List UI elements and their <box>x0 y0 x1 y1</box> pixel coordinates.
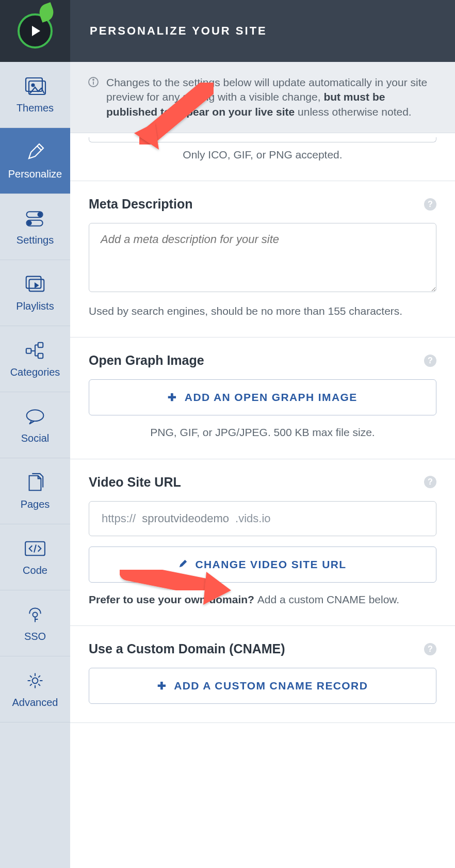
section-title: Use a Custom Domain (CNAME) <box>89 641 285 656</box>
sidebar-item-label: Playlists <box>16 300 54 312</box>
brand-play-icon <box>18 13 53 49</box>
info-icon <box>88 76 99 88</box>
svg-point-14 <box>33 613 38 617</box>
logo[interactable] <box>0 0 70 62</box>
pencil-icon <box>23 141 47 163</box>
sidebar-item-categories[interactable]: Categories <box>0 326 70 392</box>
svg-rect-10 <box>38 343 43 348</box>
sidebar-item-label: SSO <box>24 631 46 642</box>
svg-point-15 <box>32 678 38 684</box>
page-title: PERSONALIZE YOUR SITE <box>90 24 267 38</box>
svg-rect-11 <box>38 353 43 359</box>
sidebar-item-label: Advanced <box>12 697 58 709</box>
notice-text: Changes to the settings below will updat… <box>106 75 437 119</box>
sidebar-item-themes[interactable]: Themes <box>0 62 70 128</box>
help-icon[interactable]: ? <box>424 643 436 655</box>
help-icon[interactable]: ? <box>424 476 436 488</box>
change-video-site-url-button[interactable]: CHANGE VIDEO SITE URL <box>89 546 436 583</box>
section-title: Open Graph Image <box>89 353 204 368</box>
svg-rect-7 <box>26 277 41 288</box>
pencil-icon <box>178 558 188 571</box>
pages-icon <box>23 472 47 493</box>
sidebar-item-code[interactable]: Code <box>0 524 70 590</box>
section-open-graph: Open Graph Image ? ✚ ADD AN OPEN GRAPH I… <box>70 337 455 459</box>
social-icon <box>23 406 47 427</box>
sidebar-item-advanced[interactable]: Advanced <box>0 656 70 722</box>
svg-point-4 <box>38 213 42 216</box>
sidebar-item-personalize[interactable]: Personalize <box>0 128 70 194</box>
sidebar-item-label: Pages <box>21 499 50 510</box>
plus-icon: ✚ <box>157 680 167 692</box>
section-title: Video Site URL <box>89 475 181 490</box>
og-helper: PNG, GIF, or JPG/JPEG. 500 KB max file s… <box>89 425 436 440</box>
sidebar-item-label: Social <box>21 432 49 444</box>
sidebar-item-sso[interactable]: SSO <box>0 590 70 656</box>
sidebar-item-playlists[interactable]: Playlists <box>0 260 70 326</box>
svg-point-17 <box>93 79 94 81</box>
section-title: Meta Description <box>89 197 192 212</box>
sidebar-item-label: Code <box>23 565 47 576</box>
sidebar-item-pages[interactable]: Pages <box>0 458 70 524</box>
notice-banner: Changes to the settings below will updat… <box>70 62 455 133</box>
meta-description-input[interactable] <box>89 223 436 292</box>
sso-icon <box>23 604 47 625</box>
custom-domain-hint: Prefer to use your own domain? Add a cus… <box>89 592 436 607</box>
section-meta-description: Meta Description ? Used by search engine… <box>70 181 455 337</box>
code-icon <box>23 538 47 559</box>
help-icon[interactable]: ? <box>424 198 436 211</box>
video-site-url-display: https:// sproutvideodemo .vids.io <box>89 501 436 536</box>
add-og-image-button[interactable]: ✚ ADD AN OPEN GRAPH IMAGE <box>89 379 436 415</box>
playlists-icon <box>23 274 47 295</box>
plus-icon: ✚ <box>168 391 177 404</box>
toggles-icon <box>23 207 47 229</box>
section-video-site-url: Video Site URL ? https:// sproutvideodem… <box>70 459 455 626</box>
add-cname-button[interactable]: ✚ ADD A CUSTOM CNAME RECORD <box>89 668 436 704</box>
sidebar-item-settings[interactable]: Settings <box>0 194 70 260</box>
svg-point-2 <box>32 84 35 87</box>
sidebar-item-label: Categories <box>10 366 60 378</box>
categories-icon <box>23 340 47 361</box>
main-panel: PERSONALIZE YOUR SITE Changes to the set… <box>70 0 455 868</box>
sidebar-item-social[interactable]: Social <box>0 392 70 458</box>
section-custom-domain: Use a Custom Domain (CNAME) ? ✚ ADD A CU… <box>70 626 455 723</box>
section-favicon-tail: Only ICO, GIF, or PNG accepted. <box>70 133 455 181</box>
svg-rect-9 <box>26 348 31 353</box>
themes-icon <box>23 75 47 97</box>
sidebar-item-label: Personalize <box>8 168 62 180</box>
meta-helper: Used by search engines, should be no mor… <box>89 303 436 318</box>
sidebar-item-label: Settings <box>17 234 54 246</box>
panel-header: PERSONALIZE YOUR SITE <box>70 0 455 62</box>
help-icon[interactable]: ? <box>424 355 436 367</box>
gear-icon <box>23 670 47 692</box>
sidebar: Themes Personalize Settings Playlists Ca <box>0 0 70 868</box>
sidebar-item-label: Themes <box>17 102 54 114</box>
svg-point-6 <box>27 221 31 225</box>
favicon-helper: Only ICO, GIF, or PNG accepted. <box>89 142 436 170</box>
svg-point-12 <box>27 410 44 421</box>
